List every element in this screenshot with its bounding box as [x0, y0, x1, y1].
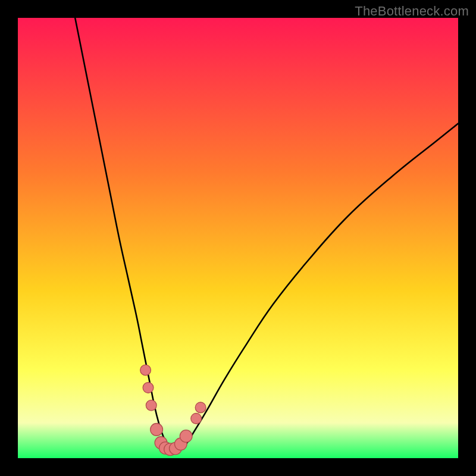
curve-marker: [140, 365, 151, 375]
curve-marker: [143, 383, 154, 393]
curve-marker: [146, 400, 156, 411]
chart-svg: [18, 18, 458, 458]
chart-frame: TheBottleneck.com: [0, 0, 476, 476]
gradient-background: [18, 18, 458, 458]
curve-marker: [191, 414, 202, 424]
watermark-text: TheBottleneck.com: [355, 4, 469, 19]
curve-marker: [180, 430, 192, 443]
curve-marker: [195, 402, 206, 413]
plot-area: [18, 18, 458, 458]
curve-marker: [151, 424, 163, 436]
